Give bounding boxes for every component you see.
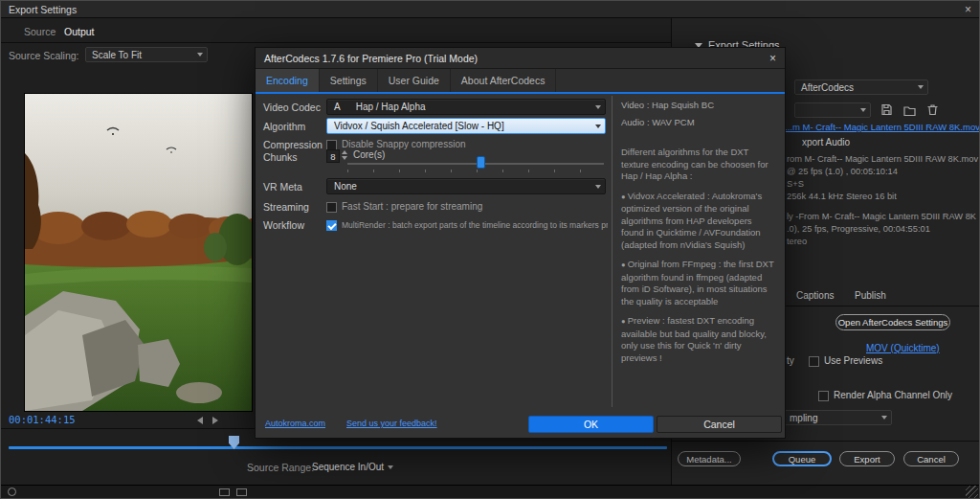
- use-previews-checkbox[interactable]: [809, 356, 819, 367]
- window-title: Export Settings: [9, 4, 77, 15]
- workflow-label: Workflow: [263, 219, 304, 231]
- mov-quicktime-link[interactable]: MOV (Quicktime): [866, 343, 940, 353]
- render-alpha-checkbox[interactable]: [818, 391, 829, 401]
- info-bullet: Vidvox Accelerated : Autokroma's optimiz…: [621, 191, 776, 252]
- dialog-cancel-button[interactable]: Cancel: [657, 416, 782, 433]
- alpha-badge: A: [334, 102, 341, 112]
- chevron-down-icon: [595, 125, 601, 128]
- resampling-value: mpling: [790, 413, 817, 423]
- tab-user-guide[interactable]: User Guide: [378, 69, 451, 92]
- chevron-down-icon: [881, 416, 887, 420]
- delete-preset-icon[interactable]: [926, 103, 939, 116]
- chevron-down-icon: [197, 53, 203, 57]
- resampling-dropdown[interactable]: mpling: [783, 410, 892, 425]
- summary-line: .0), 25 fps, Progressive, 00:04:55:01: [787, 223, 978, 236]
- status-circle-icon: [8, 488, 16, 496]
- video-codec-dropdown[interactable]: A Hap / Hap Alpha: [326, 99, 606, 115]
- chevron-down-icon: [595, 105, 601, 109]
- summary-line: S+S: [787, 178, 978, 191]
- set-in-point-icon[interactable]: [197, 417, 203, 424]
- source-range-dropdown[interactable]: Sequence In/Out: [312, 462, 397, 472]
- tabs-divider: [1, 42, 671, 43]
- tab-publish[interactable]: Publish: [855, 290, 886, 301]
- full-view-icon[interactable]: [236, 488, 247, 496]
- info-audio-line: Audio : WAV PCM: [621, 117, 776, 129]
- metadata-button[interactable]: Metadata...: [678, 451, 741, 466]
- source-range-value: Sequence In/Out: [312, 462, 384, 472]
- queue-button[interactable]: Queue: [772, 451, 832, 466]
- chunks-value-box[interactable]: 8: [326, 149, 340, 163]
- tab-settings[interactable]: Settings: [320, 69, 378, 92]
- dialog-close-button[interactable]: ×: [769, 52, 776, 65]
- multirender-checkbox[interactable]: [326, 220, 337, 231]
- dialog-panel-divider: [612, 96, 612, 407]
- aftercodecs-dialog: AfterCodecs 1.7.6 for Premiere Pro (Tria…: [255, 47, 786, 439]
- fast-start-checkbox[interactable]: [326, 202, 337, 213]
- ok-button[interactable]: OK: [528, 416, 654, 433]
- save-preset-icon[interactable]: [880, 103, 893, 116]
- set-out-point-icon[interactable]: [212, 417, 218, 424]
- tab-output[interactable]: Output: [64, 26, 95, 37]
- import-preset-icon[interactable]: [903, 104, 916, 117]
- vr-meta-dropdown[interactable]: None: [326, 178, 606, 194]
- timeline-scrollbar[interactable]: [9, 446, 667, 449]
- algorithm-dropdown[interactable]: Vidvox / Squish Accelerated [Slow - HQ]: [326, 118, 606, 134]
- summary-line: @ 25 fps (1.0) , 00:05:10:14: [787, 166, 978, 178]
- use-previews-label: Use Previews: [824, 355, 882, 366]
- video-codec-label: Video Codec: [263, 102, 321, 113]
- info-bullet: Original from FFmpeg : the first DXT alg…: [621, 259, 776, 307]
- summary-line: ly -From M- Craft-- Magic Lantern 5DIII …: [787, 211, 978, 223]
- export-audio-label: xport Audio: [802, 137, 850, 147]
- chunks-slider[interactable]: [347, 163, 604, 165]
- autokroma-link[interactable]: Autokroma.com: [265, 419, 325, 428]
- vr-meta-value: None: [334, 181, 357, 192]
- tab-about-aftercodecs[interactable]: About AfterCodecs: [451, 69, 557, 92]
- algorithm-label: Algorithm: [263, 121, 305, 132]
- disable-snappy-label: Disable Snappy compression: [342, 139, 466, 149]
- open-aftercodecs-settings-button[interactable]: Open AfterCodecs Settings: [835, 314, 950, 330]
- summary-line: 256k 44.1 kHz Stereo 16 bit: [787, 191, 978, 203]
- chunks-slider-handle[interactable]: [477, 156, 485, 169]
- chevron-down-icon: [388, 465, 393, 469]
- export-button[interactable]: Export: [839, 451, 895, 466]
- footer-divider: [672, 441, 980, 442]
- spin-down-icon[interactable]: [342, 156, 347, 160]
- info-video-line: Video : Hap Squish BC: [621, 100, 776, 112]
- codec-info-panel: Video : Hap Squish BC Audio : WAV PCM Di…: [621, 100, 776, 372]
- preview-frame: [25, 94, 252, 411]
- info-bullet: Preview : fastest DXT encoding available…: [621, 315, 776, 364]
- multirender-label: MultiRender : batch export parts of the …: [342, 220, 608, 230]
- resize-grip[interactable]: [966, 486, 978, 498]
- fit-view-icon[interactable]: [219, 488, 230, 496]
- source-scaling-dropdown[interactable]: Scale To Fit: [85, 47, 208, 62]
- chevron-down-icon: [595, 185, 601, 189]
- format-dropdown[interactable]: AfterCodecs: [794, 79, 928, 95]
- preset-dropdown[interactable]: [794, 102, 871, 118]
- source-scaling-value: Scale To Fit: [92, 50, 142, 60]
- spin-up-icon[interactable]: [342, 150, 347, 154]
- info-intro: Different algorithms for the DXT texture…: [621, 147, 776, 183]
- dialog-tab-bar: Encoding Settings User Guide About After…: [256, 69, 785, 94]
- tab-captions[interactable]: Captions: [796, 290, 834, 301]
- status-bar: [1, 485, 979, 499]
- tab-source[interactable]: Source: [24, 26, 56, 37]
- source-range-label: Source Range:: [247, 462, 314, 473]
- tab-encoding[interactable]: Encoding: [256, 69, 320, 92]
- fast-start-label: Fast Start : prepare for streaming: [342, 201, 482, 212]
- chunks-unit-label: Core(s): [353, 149, 385, 160]
- dialog-title: AfterCodecs 1.7.6 for Premiere Pro (Tria…: [264, 53, 478, 64]
- chevron-down-icon: [860, 108, 866, 112]
- window-titlebar: Export Settings ×: [1, 1, 979, 18]
- feedback-link[interactable]: Send us your feedback!: [346, 419, 437, 428]
- dialog-titlebar[interactable]: AfterCodecs 1.7.6 for Premiere Pro (Tria…: [256, 48, 785, 69]
- output-name-link[interactable]: ...m M- Craft-- Magic Lantern 5DIII RAW …: [785, 122, 980, 132]
- summary-line: tereo: [787, 236, 978, 248]
- quality-label-fragment: ty: [787, 355, 794, 366]
- cancel-button[interactable]: Cancel: [903, 451, 959, 466]
- source-scaling-label: Source Scaling:: [9, 50, 79, 61]
- chunks-stepper[interactable]: [342, 150, 347, 160]
- vr-meta-label: VR Meta: [263, 181, 302, 193]
- video-codec-value: Hap / Hap Alpha: [356, 102, 426, 112]
- streaming-label: Streaming: [263, 201, 309, 213]
- window-close-button[interactable]: ×: [965, 3, 971, 16]
